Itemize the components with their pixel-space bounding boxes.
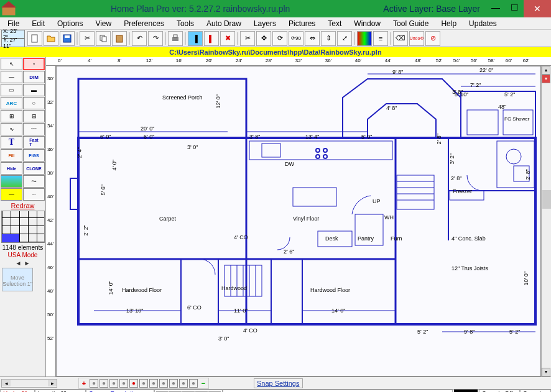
menu-options[interactable]: Options <box>52 18 88 29</box>
tool-freehand[interactable]: 〜 <box>23 175 45 188</box>
line-style-grid[interactable] <box>1 211 45 243</box>
tool-hide[interactable]: Hide <box>1 162 22 175</box>
snap-dot[interactable] <box>119 379 128 388</box>
menu-window[interactable]: Window <box>349 18 386 29</box>
rotate-button[interactable]: ⟳ <box>272 31 287 46</box>
tool-rect-fill[interactable]: ▬ <box>23 84 45 96</box>
svg-rect-42 <box>497 141 534 188</box>
scroll-right[interactable]: ▸ <box>48 380 57 386</box>
snap-minus[interactable]: − <box>199 380 208 387</box>
dim: 2' 6" <box>284 248 294 255</box>
scroll-up[interactable]: ▴ <box>542 66 550 75</box>
paste-button[interactable] <box>112 31 127 46</box>
close-button[interactable]: ✕ <box>524 0 551 17</box>
undo-circle-button[interactable]: Undo⟲ <box>409 31 424 46</box>
snap-dot[interactable] <box>139 379 148 388</box>
snap-dot[interactable] <box>169 379 178 388</box>
menu-view[interactable]: View <box>90 18 116 29</box>
menu-preferences[interactable]: Preferences <box>119 18 169 29</box>
tool-curve2[interactable]: 〰 <box>23 123 45 135</box>
tool-circle[interactable]: ○ <box>23 97 45 109</box>
snap-dot-active[interactable] <box>129 379 138 388</box>
menu-toolguide[interactable]: Tool Guide <box>388 18 433 29</box>
crop-button[interactable]: ✂ <box>240 31 255 46</box>
align-button[interactable]: ≡ <box>373 31 388 46</box>
undo-button[interactable]: ↶ <box>132 31 147 46</box>
maximize-button[interactable]: ☐ <box>505 0 524 15</box>
tool-figs[interactable]: FIGS <box>23 149 45 162</box>
pathbar: C:\Users\RainbowSky.ru\Documents\hpp\Dat… <box>0 47 551 57</box>
color-button[interactable]: Color <box>454 390 478 392</box>
ruler-v-tick: 50' <box>47 312 53 317</box>
flip-v-button[interactable]: ⇕ <box>321 31 336 46</box>
wall-button[interactable]: ▌ <box>204 31 219 46</box>
tool-rect[interactable]: ▭ <box>1 84 22 96</box>
tool-image[interactable] <box>1 175 22 188</box>
svg-rect-28 <box>293 188 336 206</box>
snap-dot[interactable] <box>159 379 168 388</box>
snap-dot[interactable] <box>109 379 118 388</box>
move-button[interactable]: ✥ <box>256 31 271 46</box>
colors-button[interactable] <box>357 31 372 46</box>
menu-text[interactable]: Text <box>323 18 346 29</box>
tool-line-dashed[interactable]: ┄ <box>23 188 45 201</box>
menu-updates[interactable]: Updates <box>464 18 502 29</box>
tool-window[interactable]: ⊞ <box>1 110 22 122</box>
label-4co-a: 4' CO <box>234 234 248 240</box>
drawing-canvas[interactable]: Screened Porch Carpet Hardwood Floor Har… <box>56 66 541 376</box>
scroll-left[interactable]: ◂ <box>2 380 11 386</box>
copy-button[interactable] <box>96 31 111 46</box>
snap-dot[interactable] <box>149 379 158 388</box>
door-button[interactable]: ▐ <box>188 31 203 46</box>
scroll-down[interactable]: ▾ <box>542 368 550 376</box>
flip-h-button[interactable]: ⇔ <box>305 31 320 46</box>
menu-layers[interactable]: Layers <box>249 18 281 29</box>
nosmoking-icon[interactable]: ⊘ <box>425 31 440 46</box>
menu-edit[interactable]: Edit <box>27 18 50 29</box>
save-button[interactable] <box>60 31 75 46</box>
scroll-thumb-v[interactable] <box>542 190 551 209</box>
menu-pictures[interactable]: Pictures <box>284 18 320 29</box>
open-button[interactable] <box>44 31 58 46</box>
tool-fill[interactable]: Fill <box>1 149 22 162</box>
snap-plus[interactable]: + <box>80 380 88 387</box>
ruler-v-tick: 36' <box>47 147 53 152</box>
tool-dim[interactable]: DIM <box>23 71 45 83</box>
rotate90-button[interactable]: ⟳90 <box>289 31 303 46</box>
nudge-left[interactable]: ◄ <box>16 260 22 267</box>
snap-dot[interactable] <box>100 379 108 388</box>
tool-door[interactable]: ⊟ <box>23 110 45 122</box>
menu-help[interactable]: Help <box>436 18 461 29</box>
redo-button[interactable]: ↷ <box>148 31 163 46</box>
tool-arc[interactable]: ARC <box>1 97 22 109</box>
eraser-button[interactable]: ⌫ <box>393 31 408 46</box>
tool-text[interactable]: T <box>1 136 22 148</box>
tool-select[interactable]: ▫ <box>23 58 45 70</box>
tool-curve[interactable]: ∿ <box>1 123 22 135</box>
tool-line-style[interactable]: — <box>1 188 22 201</box>
scale-button[interactable]: ⤢ <box>337 31 352 46</box>
snap-settings-link[interactable]: Snap Settings <box>254 378 303 388</box>
snap-dot[interactable] <box>179 379 188 388</box>
label-furn: Furn <box>391 235 402 242</box>
tool-clone[interactable]: CLONE <box>23 162 45 175</box>
new-button[interactable] <box>27 31 42 46</box>
label-trus-joists: 12" Trus Joists <box>451 265 488 271</box>
scrollbar-horizontal[interactable]: ◂ ▸ <box>1 379 57 388</box>
minimize-button[interactable]: — <box>486 0 505 15</box>
snap-dot[interactable] <box>189 379 198 388</box>
move-selection[interactable]: Move Selection 1" <box>2 268 33 291</box>
exit-button[interactable]: ✖ <box>220 31 235 46</box>
tool-fast-text[interactable]: FastT <box>23 136 45 148</box>
tool-arrow[interactable]: ↖ <box>1 58 22 70</box>
menu-autodraw[interactable]: Auto Draw <box>201 18 246 29</box>
menu-tools[interactable]: Tools <box>172 18 199 29</box>
cut-button[interactable]: ✂ <box>80 31 95 46</box>
scrollbar-vertical[interactable]: ▴ ▾ ▾ <box>541 66 551 376</box>
tool-line[interactable]: — <box>1 71 22 83</box>
print-button[interactable] <box>168 31 183 46</box>
scroll-marker[interactable]: ▾ <box>542 75 550 83</box>
snap-dot[interactable] <box>90 379 98 388</box>
nudge-right[interactable]: ► <box>24 260 30 267</box>
redraw-button[interactable]: Redraw <box>2 202 44 209</box>
